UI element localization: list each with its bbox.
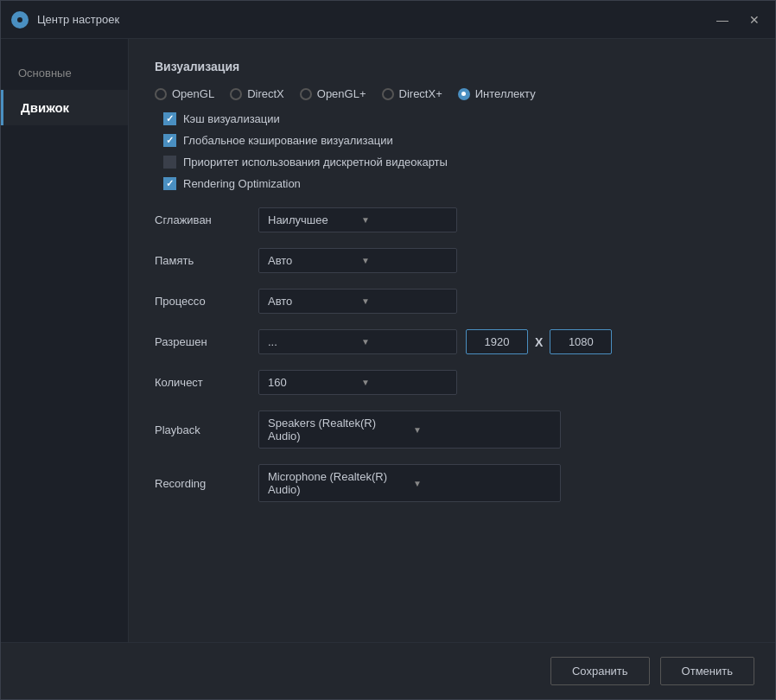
checkbox-label-prioritet: Приоритет использования дискретной видео…: [183, 156, 448, 169]
save-button[interactable]: Сохранить: [550, 657, 650, 685]
radio-label-directx: DirectX: [247, 87, 284, 100]
label-kolichestvo: Количест: [155, 376, 250, 389]
checkbox-prioritet[interactable]: Приоритет использования дискретной видео…: [163, 156, 749, 169]
svg-point-1: [17, 17, 22, 22]
chevron-down-icon: ▼: [413, 425, 551, 435]
checkbox-box-global: [163, 134, 176, 147]
dropdown-razreshenie[interactable]: ... ▼: [258, 329, 457, 354]
checkbox-kesh[interactable]: Кэш визуализации: [163, 112, 749, 125]
sidebar: Основные Движок: [1, 39, 129, 642]
dropdown-value-sglazhivanie: Наилучшее: [268, 213, 354, 226]
radio-openglplus[interactable]: OpenGL+: [300, 87, 366, 100]
label-recording: Recording: [155, 477, 250, 490]
content-area: Основные Движок Визуализация OpenGL Dire…: [1, 39, 775, 642]
dropdown-playback[interactable]: Speakers (Realtek(R) Audio) ▼: [258, 410, 561, 449]
radio-opengl[interactable]: OpenGL: [155, 87, 214, 100]
checkbox-box-kesh: [163, 112, 176, 125]
label-sglazhivanie: Сглаживан: [155, 213, 250, 226]
radio-label-directxplus: DirectX+: [399, 87, 442, 100]
checkbox-label-global: Глобальное кэширование визуализации: [183, 134, 393, 147]
form-row-razreshenie: Разрешен ... ▼ X: [155, 329, 749, 354]
chevron-down-icon: ▼: [361, 215, 448, 225]
dropdown-value-pamyat: Авто: [268, 254, 354, 267]
sidebar-item-osnovy[interactable]: Основные: [1, 56, 128, 90]
main-panel: Визуализация OpenGL DirectX OpenGL+ Di: [129, 39, 775, 642]
checkbox-global[interactable]: Глобальное кэширование визуализации: [163, 134, 749, 147]
resolution-height-input[interactable]: [550, 329, 612, 354]
app-icon: [11, 11, 29, 29]
section-title-visualization: Визуализация: [155, 60, 749, 73]
resolution-width-input[interactable]: [466, 329, 528, 354]
dropdown-sglazhivanie[interactable]: Наилучшее ▼: [258, 207, 457, 232]
radio-directxplus[interactable]: DirectX+: [382, 87, 442, 100]
footer: Сохранить Отменить: [1, 642, 775, 699]
window-controls: — ✕: [711, 11, 765, 29]
checkboxes-group: Кэш визуализации Глобальное кэширование …: [155, 112, 749, 190]
radio-label-openglplus: OpenGL+: [317, 87, 366, 100]
radio-circle-opengl: [155, 88, 167, 100]
cancel-button[interactable]: Отменить: [660, 657, 754, 685]
form-row-processor: Процессо Авто ▼: [155, 289, 749, 314]
dropdown-value-razreshenie: ...: [268, 335, 354, 348]
checkbox-box-prioritet: [163, 156, 176, 169]
label-playback: Playback: [155, 423, 250, 436]
form-row-pamyat: Память Авто ▼: [155, 248, 749, 273]
dropdown-processor[interactable]: Авто ▼: [258, 289, 457, 314]
radio-intellektu[interactable]: Интеллекту: [458, 87, 536, 100]
form-row-recording: Recording Microphone (Realtek(R) Audio) …: [155, 464, 749, 502]
chevron-down-icon: ▼: [413, 479, 551, 488]
window-title: Центр настроек: [37, 13, 711, 26]
resolution-x-separator: X: [535, 335, 543, 349]
dropdown-value-processor: Авто: [268, 295, 354, 308]
checkbox-label-kesh: Кэш визуализации: [183, 112, 280, 125]
label-pamyat: Память: [155, 254, 250, 267]
chevron-down-icon: ▼: [361, 296, 448, 306]
dropdown-value-kolichestvo: 160: [268, 376, 354, 389]
chevron-down-icon: ▼: [361, 256, 448, 265]
radio-circle-intellektu: [458, 88, 470, 100]
radio-label-opengl: OpenGL: [172, 87, 214, 100]
radio-label-intellektu: Интеллекту: [475, 87, 536, 100]
chevron-down-icon: ▼: [361, 378, 448, 387]
label-razreshenie: Разрешен: [155, 335, 250, 348]
dropdown-pamyat[interactable]: Авто ▼: [258, 248, 457, 273]
radio-circle-openglplus: [300, 88, 312, 100]
sidebar-item-dvizok[interactable]: Движок: [1, 90, 128, 125]
radio-circle-directx: [230, 88, 242, 100]
main-window: Центр настроек — ✕ Основные Движок Визуа…: [0, 0, 776, 700]
titlebar: Центр настроек — ✕: [1, 1, 775, 39]
form-row-kolichestvo: Количест 160 ▼: [155, 370, 749, 395]
dropdown-kolichestvo[interactable]: 160 ▼: [258, 370, 457, 395]
chevron-down-icon: ▼: [361, 337, 448, 347]
close-button[interactable]: ✕: [744, 11, 765, 29]
dropdown-value-playback: Speakers (Realtek(R) Audio): [268, 417, 406, 442]
label-processor: Процессо: [155, 295, 250, 308]
checkbox-box-rendering: [163, 177, 176, 190]
form-row-playback: Playback Speakers (Realtek(R) Audio) ▼: [155, 410, 749, 449]
radio-circle-directxplus: [382, 88, 394, 100]
dropdown-value-recording: Microphone (Realtek(R) Audio): [268, 470, 406, 496]
checkbox-rendering[interactable]: Rendering Optimization: [163, 177, 749, 190]
minimize-button[interactable]: —: [711, 11, 734, 29]
checkbox-label-rendering: Rendering Optimization: [183, 177, 301, 190]
renderer-radio-group: OpenGL DirectX OpenGL+ DirectX+ Интеллек…: [155, 87, 749, 100]
dropdown-recording[interactable]: Microphone (Realtek(R) Audio) ▼: [258, 464, 561, 502]
resolution-group: X: [466, 329, 612, 354]
form-row-sglazhivanie: Сглаживан Наилучшее ▼: [155, 207, 749, 232]
radio-directx[interactable]: DirectX: [230, 87, 284, 100]
